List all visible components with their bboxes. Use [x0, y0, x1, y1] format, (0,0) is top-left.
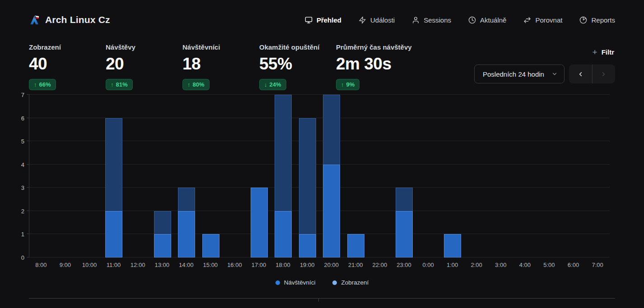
- stat-value: 2m 30s: [336, 55, 426, 74]
- x-axis-label: 2:00: [464, 262, 489, 268]
- bar-navstevnici[interactable]: [275, 211, 292, 257]
- bar-navstevnici[interactable]: [323, 165, 340, 257]
- nav-item-udalosti[interactable]: Události: [359, 16, 395, 24]
- chart-column: [199, 95, 223, 257]
- nav-item-porovnat[interactable]: Porovnat: [523, 16, 562, 24]
- y-axis-label: 7: [21, 92, 24, 98]
- stat-navstevnici: Návštěvníci 18 ↑ 80%: [182, 43, 259, 90]
- stat-value: 40: [29, 55, 106, 74]
- daterange-controls: Posledních 24 hodin: [474, 64, 615, 83]
- filter-button[interactable]: + Filtr: [592, 45, 615, 59]
- date-pager: [569, 64, 615, 83]
- chevron-left-icon: [577, 71, 584, 78]
- bar-navstevnici[interactable]: [202, 234, 219, 257]
- y-axis-label: 3: [21, 184, 24, 191]
- stats-row: Zobrazení 40 ↑ 66% Návštěvy 20 ↑ 81% Náv…: [0, 40, 644, 90]
- chart-column: [392, 95, 416, 257]
- y-tick: [27, 234, 29, 234]
- legend-dot: [332, 280, 337, 285]
- change-value: 9%: [346, 81, 355, 88]
- bar-navstevnici[interactable]: [178, 211, 195, 257]
- x-axis-label: 6:00: [561, 262, 586, 268]
- change-badge: ↓ 24%: [259, 79, 286, 90]
- stat-label: Návštěvy: [106, 43, 182, 51]
- x-axis-label: 1:00: [440, 262, 465, 268]
- arrow-up-icon: ↑: [341, 81, 344, 88]
- bar-navstevnici[interactable]: [251, 188, 268, 257]
- stat-label: Zobrazení: [29, 43, 106, 51]
- nav-item-sessions[interactable]: Sessions: [412, 16, 451, 24]
- bar-navstevnici[interactable]: [396, 211, 413, 257]
- chart-column: [465, 95, 489, 257]
- stat-value: 18: [182, 55, 259, 74]
- arch-linux-cz-logo: [29, 14, 40, 26]
- nav-item-aktualne[interactable]: Aktuálně: [468, 16, 506, 24]
- stat-okamzite-opusteni: Okamžité opuštění 55% ↓ 24%: [259, 43, 336, 90]
- panel-separator: [318, 299, 319, 302]
- nav-label: Události: [370, 16, 395, 24]
- x-axis-label: 22:00: [368, 262, 392, 268]
- x-axis-label: 20:00: [319, 262, 344, 268]
- x-axis-label: 23:00: [392, 262, 416, 268]
- y-axis-label: 4: [21, 161, 24, 168]
- y-axis-label: 1: [21, 231, 24, 238]
- change-value: 81%: [116, 81, 128, 88]
- x-axis-label: 13:00: [150, 262, 174, 268]
- y-tick: [27, 211, 29, 211]
- nav-label: Porovnat: [535, 16, 562, 24]
- x-axis: 8:009:0010:0011:0012:0013:0014:0015:0016…: [29, 262, 610, 268]
- change-badge: ↑ 66%: [29, 79, 56, 90]
- brand: Arch Linux Cz: [29, 14, 110, 26]
- arrow-up-icon: ↑: [111, 81, 114, 88]
- prev-period-button[interactable]: [569, 64, 592, 83]
- stat-value: 55%: [259, 55, 336, 74]
- chart-column: [223, 95, 247, 257]
- legend-item-navstevnici[interactable]: Návštěvníci: [275, 279, 316, 286]
- compare-arrows-icon: [523, 16, 531, 24]
- x-axis-label: 12:00: [126, 262, 150, 268]
- arrow-down-icon: ↓: [264, 81, 267, 88]
- bar-navstevnici[interactable]: [347, 234, 364, 257]
- chevron-right-icon: [600, 71, 607, 78]
- chart-column: [102, 95, 126, 257]
- change-value: 24%: [270, 81, 281, 88]
- legend-item-zobrazeni[interactable]: Zobrazení: [332, 279, 369, 286]
- stat-label: Průměrný čas návštěvy: [336, 43, 426, 51]
- bottom-panels-divider: [29, 298, 615, 302]
- main-nav: Přehled Události Sessions Aktuálně Porov…: [305, 16, 615, 24]
- y-tick: [27, 141, 29, 141]
- user-icon: [412, 16, 420, 24]
- bar-navstevnici[interactable]: [444, 234, 461, 257]
- bar-navstevnici[interactable]: [105, 211, 122, 257]
- header: Arch Linux Cz Přehled Události Sessions …: [0, 0, 644, 40]
- stat-prumerny-cas: Průměrný čas návštěvy 2m 30s ↑ 9%: [336, 43, 426, 90]
- nav-label: Sessions: [424, 16, 451, 24]
- next-period-button[interactable]: [592, 64, 616, 83]
- nav-item-reports[interactable]: Reports: [579, 16, 615, 24]
- x-axis-label: 7:00: [585, 262, 610, 268]
- nav-label: Reports: [591, 16, 615, 24]
- x-axis-label: 17:00: [247, 262, 271, 268]
- legend-dot: [275, 280, 280, 285]
- lightning-icon: [359, 16, 366, 24]
- clock-icon: [468, 16, 476, 24]
- stat-navstevy: Návštěvy 20 ↑ 81%: [106, 43, 182, 90]
- nav-item-prehled[interactable]: Přehled: [305, 16, 341, 24]
- y-axis-label: 6: [21, 115, 24, 121]
- change-value: 80%: [193, 81, 205, 88]
- bar-navstevnici[interactable]: [154, 234, 171, 257]
- chart-column: [150, 95, 175, 257]
- date-range-dropdown[interactable]: Posledních 24 hodin: [474, 64, 565, 83]
- chart-column: [513, 95, 537, 257]
- chart-column: [295, 95, 320, 257]
- chart-column: [126, 95, 150, 257]
- bar-navstevnici[interactable]: [299, 234, 316, 257]
- legend-label: Návštěvníci: [284, 279, 316, 286]
- x-axis-label: 11:00: [102, 262, 126, 268]
- plus-icon: +: [593, 48, 597, 56]
- chart-column: [247, 95, 271, 257]
- x-axis-label: 10:00: [77, 262, 102, 268]
- filter-label: Filtr: [602, 48, 614, 56]
- y-tick: [27, 164, 29, 165]
- chart-column: [344, 95, 368, 257]
